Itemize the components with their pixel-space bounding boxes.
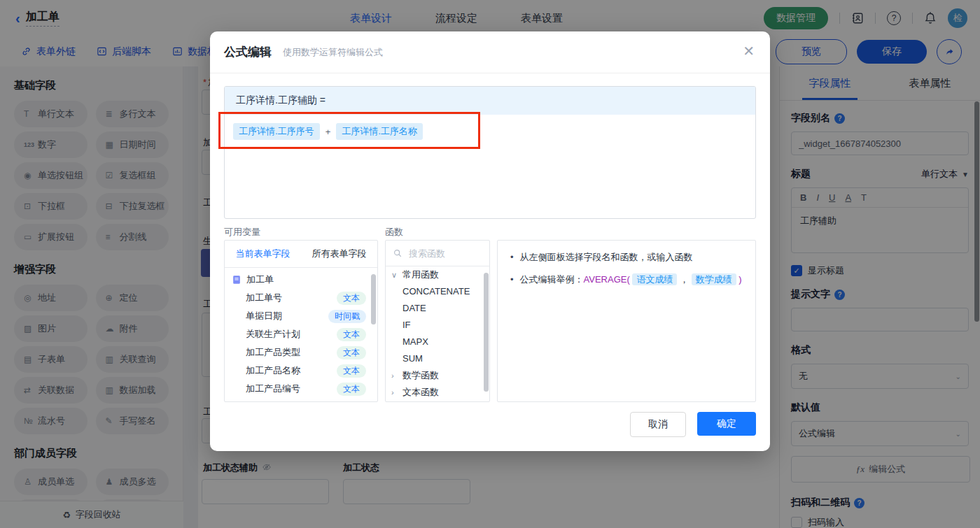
- bullet-icon: •: [510, 273, 514, 287]
- function-group-common[interactable]: ∨常用函数: [386, 266, 489, 283]
- tab-all-form-fields[interactable]: 所有表单字段: [301, 248, 377, 260]
- variables-panel-label: 可用变量: [224, 226, 260, 238]
- example-function-close: ): [738, 274, 741, 285]
- formula-target: 工序详情.工序辅助 =: [225, 87, 755, 115]
- function-item[interactable]: CONCATENATE: [386, 283, 489, 300]
- tips-panel: • 从左侧面板选择字段名和函数，或输入函数 • 公式编辑举例：AVERAGE( …: [497, 240, 756, 402]
- formula-edit-modal: 公式编辑 使用数学运算符编辑公式 ✕ 工序详情.工序辅助 = 工序详情.工序序号…: [210, 31, 770, 451]
- variable-row[interactable]: 加工产品类型文本: [225, 343, 377, 362]
- function-item[interactable]: IF: [386, 317, 489, 334]
- variables-tabs: 当前表单字段 所有表单字段: [225, 241, 377, 268]
- modal-title: 公式编辑: [224, 44, 272, 60]
- chevron-down-icon: ∨: [391, 271, 398, 280]
- function-item[interactable]: MAPX: [386, 334, 489, 350]
- modal-subtitle: 使用数学运算符编辑公式: [283, 46, 383, 59]
- tab-current-form-fields[interactable]: 当前表单字段: [225, 248, 301, 260]
- variable-row[interactable]: 关联生产计划文本: [225, 325, 377, 343]
- example-field-chip: 语文成绩: [632, 273, 677, 285]
- formula-editor-box[interactable]: 工序详情.工序辅助 = 工序详情.工序序号 + 工序详情.工序名称: [224, 86, 756, 219]
- field-type-badge: 文本: [337, 292, 366, 305]
- tip-line: • 公式编辑举例：AVERAGE( 语文成绩 ， 数学成绩 ): [510, 273, 743, 287]
- functions-scrollbar[interactable]: [484, 273, 489, 392]
- field-type-badge: 文本: [337, 328, 366, 341]
- variable-row[interactable]: 加工产品名称文本: [225, 362, 377, 380]
- variable-row[interactable]: 加工产品编号文本: [225, 380, 377, 398]
- example-function-open: AVERAGE(: [584, 274, 630, 285]
- field-type-badge: 文本: [337, 346, 366, 359]
- form-doc-icon: [232, 275, 241, 285]
- formula-field-chip[interactable]: 工序详情.工序序号: [233, 123, 320, 140]
- field-type-badge: 文本: [337, 383, 366, 396]
- function-search: [386, 241, 489, 266]
- functions-panel-label: 函数: [385, 226, 403, 238]
- chevron-right-icon: ›: [391, 371, 398, 380]
- close-icon[interactable]: ✕: [743, 43, 755, 59]
- function-group-text[interactable]: ›文本函数: [386, 384, 489, 401]
- function-search-input[interactable]: [407, 248, 477, 259]
- modal-footer: 取消 确定: [630, 412, 756, 437]
- field-type-badge: 文本: [337, 364, 366, 378]
- search-icon: [393, 248, 402, 258]
- tip-example: 公式编辑举例：AVERAGE( 语文成绩 ， 数学成绩 ): [520, 273, 743, 287]
- function-item[interactable]: DATE: [386, 300, 489, 317]
- example-field-chip: 数学成绩: [692, 273, 736, 285]
- app-root: ‹ 加工单 表单设计 流程设定 表单设置 数据管理 ? 检 表单外链: [0, 0, 980, 528]
- bullet-icon: •: [510, 250, 514, 264]
- variables-scrollbar[interactable]: [371, 274, 376, 324]
- function-item[interactable]: SUM: [386, 350, 489, 367]
- formula-expression[interactable]: 工序详情.工序序号 + 工序详情.工序名称: [225, 115, 755, 148]
- variable-row[interactable]: 单据日期时间戳: [225, 307, 377, 325]
- functions-panel: ∨常用函数 CONCATENATE DATE IF MAPX SUM ›数学函数…: [385, 240, 490, 402]
- variable-row[interactable]: 加工单号文本: [225, 289, 377, 307]
- formula-field-chip[interactable]: 工序详情.工序名称: [336, 123, 423, 140]
- formula-operator: +: [326, 127, 331, 137]
- cancel-button[interactable]: 取消: [630, 412, 686, 437]
- form-tree-node[interactable]: 加工单: [225, 268, 377, 289]
- modal-header: 公式编辑 使用数学运算符编辑公式 ✕: [210, 31, 770, 73]
- confirm-button[interactable]: 确定: [697, 412, 756, 436]
- tip-line: • 从左侧面板选择字段名和函数，或输入函数: [510, 250, 743, 264]
- function-group-math[interactable]: ›数学函数: [386, 367, 489, 384]
- chevron-right-icon: ›: [391, 388, 398, 397]
- field-type-badge: 时间戳: [328, 310, 366, 323]
- variables-panel: 当前表单字段 所有表单字段 加工单 加工单号文本 单据日期时间戳 关联生产计划文…: [224, 240, 378, 402]
